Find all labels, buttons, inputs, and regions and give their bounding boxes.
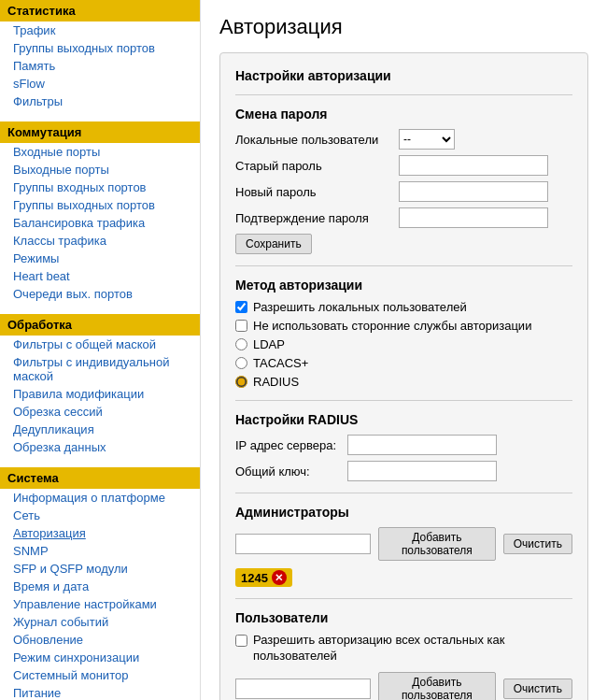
no-third-party-row: Не использовать сторонние службы авториз… bbox=[235, 319, 572, 333]
admin-tag-1245: 1245 ✕ bbox=[235, 568, 292, 587]
tacacs-radio[interactable] bbox=[235, 357, 247, 369]
sidebar-item-output-queue[interactable]: Очереди вых. портов bbox=[0, 285, 200, 303]
tag-close-icon[interactable]: ✕ bbox=[272, 570, 287, 585]
no-third-party-checkbox[interactable] bbox=[235, 320, 247, 332]
sidebar-item-output-ports[interactable]: Выходные порты bbox=[0, 161, 200, 179]
sidebar-item-output-port-groups2[interactable]: Группы выходных портов bbox=[0, 196, 200, 214]
sidebar-section-header-processing: Обработка bbox=[0, 314, 200, 336]
radius-section-title: Настройки RADIUS bbox=[235, 412, 572, 427]
confirm-password-input[interactable] bbox=[399, 207, 548, 228]
sidebar: СтатистикаТрафикГруппы выходных портовПа… bbox=[0, 0, 201, 700]
password-section-title: Смена пароля bbox=[235, 107, 572, 121]
tacacs-label: TACACS+ bbox=[253, 356, 308, 370]
server-ip-row: IP адрес сервера: bbox=[235, 435, 572, 455]
sidebar-item-sys-monitor[interactable]: Системный монитор bbox=[0, 666, 200, 684]
user-clear-button[interactable]: Очистить bbox=[503, 679, 572, 699]
server-ip-input[interactable] bbox=[347, 435, 497, 455]
sidebar-item-power[interactable]: Питание bbox=[0, 684, 200, 700]
sidebar-section-header-switching: Коммутация bbox=[0, 121, 200, 143]
allow-all-users-checkbox[interactable] bbox=[235, 635, 247, 647]
sidebar-item-dedup[interactable]: Дедупликация bbox=[0, 421, 200, 438]
sidebar-section-header-statistics: Статистика bbox=[0, 0, 200, 21]
new-password-label: Новый пароль bbox=[235, 185, 399, 199]
sidebar-item-data-trim[interactable]: Обрезка данных bbox=[0, 438, 200, 456]
ldap-row: LDAP bbox=[235, 337, 572, 351]
sidebar-item-sflow[interactable]: sFlow bbox=[0, 75, 200, 93]
old-password-row: Старый пароль bbox=[235, 155, 572, 176]
ldap-radio[interactable] bbox=[235, 338, 247, 350]
sidebar-section-header-system: Система bbox=[0, 467, 200, 489]
sidebar-item-filters-common[interactable]: Фильтры с общей маской bbox=[0, 336, 200, 353]
card-title: Настройки авторизации bbox=[235, 68, 572, 83]
sidebar-item-traffic[interactable]: Трафик bbox=[0, 21, 200, 39]
sidebar-item-datetime[interactable]: Время и дата bbox=[0, 578, 200, 595]
radius-radio[interactable] bbox=[235, 376, 247, 388]
ldap-label: LDAP bbox=[253, 337, 285, 351]
user-add-button[interactable]: Добавить пользователя bbox=[378, 672, 496, 700]
server-ip-label: IP адрес сервера: bbox=[235, 438, 347, 452]
users-section-title: Пользователи bbox=[235, 610, 572, 625]
sidebar-item-output-port-groups[interactable]: Группы выходных портов bbox=[0, 39, 200, 57]
admin-input-row: Добавить пользователя Очистить bbox=[235, 527, 572, 561]
shared-key-input[interactable] bbox=[347, 461, 497, 481]
old-password-label: Старый пароль bbox=[235, 159, 399, 173]
confirm-password-label: Подтверждение пароля bbox=[235, 211, 399, 225]
sidebar-item-memory[interactable]: Память bbox=[0, 57, 200, 75]
radius-label: RADIUS bbox=[253, 375, 299, 389]
sidebar-item-input-ports[interactable]: Входные порты bbox=[0, 143, 200, 161]
admin-add-button[interactable]: Добавить пользователя bbox=[378, 527, 496, 561]
sidebar-item-session-trim[interactable]: Обрезка сессий bbox=[0, 403, 200, 421]
main-content: Авторизация Настройки авторизации Смена … bbox=[201, 0, 607, 700]
sidebar-item-modify-rules[interactable]: Правила модификации bbox=[0, 385, 200, 403]
allow-all-users-row: Разрешить авторизацию всех остальных как… bbox=[235, 633, 572, 664]
sidebar-item-network[interactable]: Сеть bbox=[0, 507, 200, 524]
shared-key-label: Общий ключ: bbox=[235, 464, 347, 479]
old-password-input[interactable] bbox=[399, 155, 548, 176]
shared-key-row: Общий ключ: bbox=[235, 461, 572, 481]
allow-local-row: Разрешить локальных пользователей bbox=[235, 300, 572, 314]
local-users-select[interactable]: -- bbox=[399, 129, 455, 150]
page-title: Авторизация bbox=[219, 15, 588, 39]
sidebar-item-traffic-classes[interactable]: Классы трафика bbox=[0, 232, 200, 250]
admin-name-input[interactable] bbox=[235, 534, 371, 554]
sidebar-item-config-manage[interactable]: Управление настройками bbox=[0, 595, 200, 613]
tacacs-row: TACACS+ bbox=[235, 356, 572, 370]
admins-section-title: Администраторы bbox=[235, 505, 572, 520]
sidebar-item-filters-individual[interactable]: Фильтры с индивидуальной маской bbox=[0, 353, 200, 385]
sidebar-item-filters[interactable]: Фильтры bbox=[0, 93, 200, 110]
local-users-label: Локальные пользователи bbox=[235, 133, 399, 147]
sidebar-item-snmp[interactable]: SNMP bbox=[0, 542, 200, 560]
tag-value: 1245 bbox=[241, 571, 268, 585]
new-password-input[interactable] bbox=[399, 181, 548, 202]
new-password-row: Новый пароль bbox=[235, 181, 572, 202]
allow-local-checkbox[interactable] bbox=[235, 301, 247, 313]
sidebar-item-update[interactable]: Обновление bbox=[0, 631, 200, 649]
sidebar-item-event-log[interactable]: Журнал событий bbox=[0, 613, 200, 631]
admin-tags-row: 1245 ✕ bbox=[235, 568, 572, 587]
radius-row: RADIUS bbox=[235, 375, 572, 389]
password-save-button[interactable]: Сохранить bbox=[235, 234, 312, 254]
sidebar-item-modes[interactable]: Режимы bbox=[0, 250, 200, 267]
sidebar-item-sfp-qsfp[interactable]: SFP и QSFP модули bbox=[0, 560, 200, 578]
user-input-row: Добавить пользователя Очистить bbox=[235, 672, 572, 700]
user-name-input[interactable] bbox=[235, 679, 371, 699]
sidebar-item-heartbeat[interactable]: Heart beat bbox=[0, 267, 200, 285]
allow-local-label: Разрешить локальных пользователей bbox=[253, 300, 467, 314]
sidebar-item-input-port-groups[interactable]: Группы входных портов bbox=[0, 179, 200, 196]
no-third-party-label: Не использовать сторонние службы авториз… bbox=[253, 319, 531, 333]
confirm-password-row: Подтверждение пароля bbox=[235, 207, 572, 228]
sidebar-item-platform-info[interactable]: Информация о платформе bbox=[0, 489, 200, 507]
sidebar-item-sync-mode[interactable]: Режим синхронизации bbox=[0, 649, 200, 666]
allow-all-users-label: Разрешить авторизацию всех остальных как… bbox=[253, 633, 572, 664]
auth-method-title: Метод авторизации bbox=[235, 278, 572, 293]
local-users-row: Локальные пользователи -- bbox=[235, 129, 572, 150]
sidebar-item-traffic-balancing[interactable]: Балансировка трафика bbox=[0, 214, 200, 232]
sidebar-item-authorization[interactable]: Авторизация bbox=[0, 524, 200, 542]
admin-clear-button[interactable]: Очистить bbox=[503, 534, 572, 554]
auth-settings-card: Настройки авторизации Смена пароля Локал… bbox=[219, 52, 588, 700]
